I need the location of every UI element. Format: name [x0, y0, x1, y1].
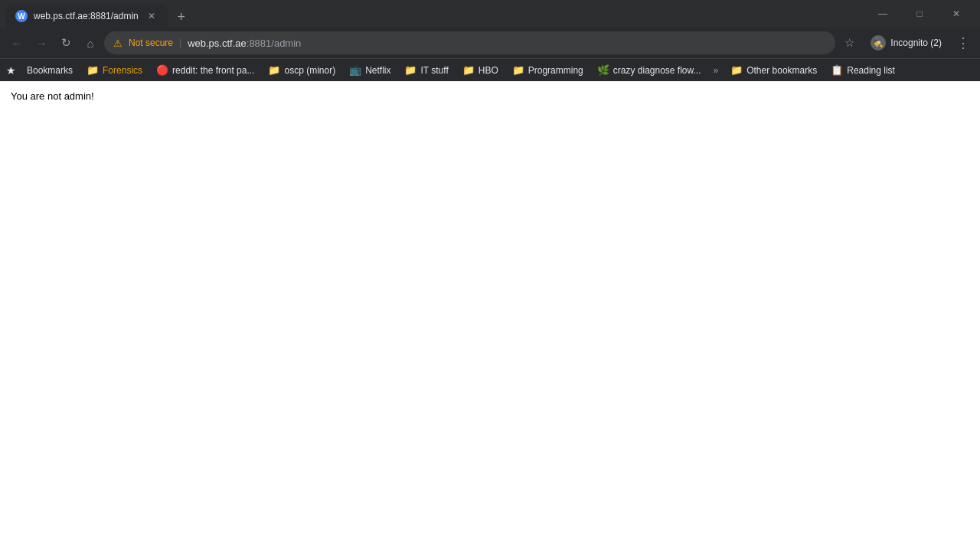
- url-path: :8881/admin: [247, 38, 302, 49]
- other-bookmarks-icon: 📁: [730, 64, 743, 76]
- minimize-button[interactable]: —: [865, 0, 900, 28]
- security-icon: ⚠: [113, 38, 122, 49]
- bookmarks-label: Bookmarks: [27, 65, 73, 76]
- tab-strip: W web.ps.ctf.ae:8881/admin ✕ +: [6, 0, 865, 28]
- incognito-label: Incognito (2): [890, 38, 942, 48]
- tab-close-button[interactable]: ✕: [145, 9, 158, 23]
- not-secure-label: Not secure: [129, 38, 173, 48]
- bookmark-netflix-icon: 📺: [349, 64, 361, 76]
- bookmark-it-stuff[interactable]: 📁 IT stuff: [398, 62, 454, 78]
- refresh-button[interactable]: ↻: [55, 32, 77, 54]
- tab-favicon: W: [15, 10, 28, 22]
- bookmark-oscp-label: oscp (minor): [284, 65, 335, 76]
- bookmarks-more-button[interactable]: »: [709, 63, 724, 78]
- bookmark-reddit[interactable]: 🔴 reddit: the front pa...: [150, 62, 260, 78]
- reading-list-label: Reading list: [847, 65, 895, 76]
- bookmark-diagnose-label: crazy diagnose flow...: [613, 65, 701, 76]
- address-separator: |: [179, 38, 181, 48]
- bookmarks-bar: ★ Bookmarks 📁 Forensics 🔴 reddit: the fr…: [0, 58, 980, 81]
- bookmark-hbo[interactable]: 📁 HBO: [456, 62, 505, 78]
- bookmark-hbo-label: HBO: [479, 65, 498, 76]
- other-bookmarks-label: Other bookmarks: [746, 65, 817, 76]
- window-controls: — □ ✕: [865, 0, 974, 28]
- back-button[interactable]: ←: [6, 32, 28, 54]
- address-bar[interactable]: ⚠ Not secure | web.ps.ctf.ae:8881/admin: [104, 31, 835, 54]
- tab-title: web.ps.ctf.ae:8881/admin: [34, 11, 139, 21]
- bookmark-page-button[interactable]: ☆: [838, 32, 860, 54]
- bookmark-forensics[interactable]: 📁 Forensics: [80, 62, 149, 78]
- title-bar: W web.ps.ctf.ae:8881/admin ✕ + — □ ✕: [0, 0, 980, 28]
- other-bookmarks[interactable]: 📁 Other bookmarks: [724, 62, 823, 78]
- bookmark-netflix[interactable]: 📺 Netflix: [343, 62, 397, 78]
- page-message: You are not admin!: [11, 90, 969, 102]
- url-domain: web.ps.ctf.ae: [188, 38, 247, 49]
- incognito-button[interactable]: 🕵 Incognito (2): [863, 32, 949, 54]
- bookmark-diagnose[interactable]: 🌿 crazy diagnose flow...: [591, 62, 707, 78]
- bookmark-forensics-label: Forensics: [103, 65, 142, 76]
- bookmarks-folder[interactable]: Bookmarks: [21, 63, 79, 78]
- bookmark-forensics-icon: 📁: [87, 64, 99, 76]
- reading-list[interactable]: 📋 Reading list: [825, 62, 901, 78]
- bookmark-it-label: IT stuff: [420, 65, 448, 76]
- bookmark-netflix-label: Netflix: [365, 65, 390, 76]
- bookmark-oscp-icon: 📁: [268, 64, 280, 76]
- bookmark-oscp[interactable]: 📁 oscp (minor): [262, 62, 341, 78]
- bookmark-programming[interactable]: 📁 Programming: [506, 62, 590, 78]
- bookmark-prog-icon: 📁: [512, 64, 524, 76]
- nav-bar: ← → ↻ ⌂ ⚠ Not secure | web.ps.ctf.ae:888…: [0, 28, 980, 58]
- bookmark-reddit-icon: 🔴: [156, 64, 168, 76]
- home-button[interactable]: ⌂: [80, 32, 101, 54]
- forward-button[interactable]: →: [31, 32, 52, 54]
- bookmark-hbo-icon: 📁: [462, 64, 475, 76]
- reading-list-icon: 📋: [831, 64, 843, 76]
- chrome-menu-button[interactable]: ⋮: [952, 32, 974, 54]
- bookmark-it-icon: 📁: [404, 64, 416, 76]
- page-content: You are not admin!: [0, 81, 980, 536]
- bookmark-prog-label: Programming: [528, 65, 583, 76]
- bookmark-reddit-label: reddit: the front pa...: [172, 65, 254, 76]
- active-tab[interactable]: W web.ps.ctf.ae:8881/admin ✕: [6, 5, 168, 28]
- incognito-icon: 🕵: [871, 35, 886, 51]
- bookmark-diagnose-icon: 🌿: [597, 64, 609, 76]
- address-url: web.ps.ctf.ae:8881/admin: [188, 38, 826, 49]
- bookmarks-star-icon: ★: [6, 64, 16, 77]
- restore-button[interactable]: □: [902, 0, 937, 28]
- new-tab-button[interactable]: +: [171, 6, 192, 28]
- close-button[interactable]: ✕: [939, 0, 974, 28]
